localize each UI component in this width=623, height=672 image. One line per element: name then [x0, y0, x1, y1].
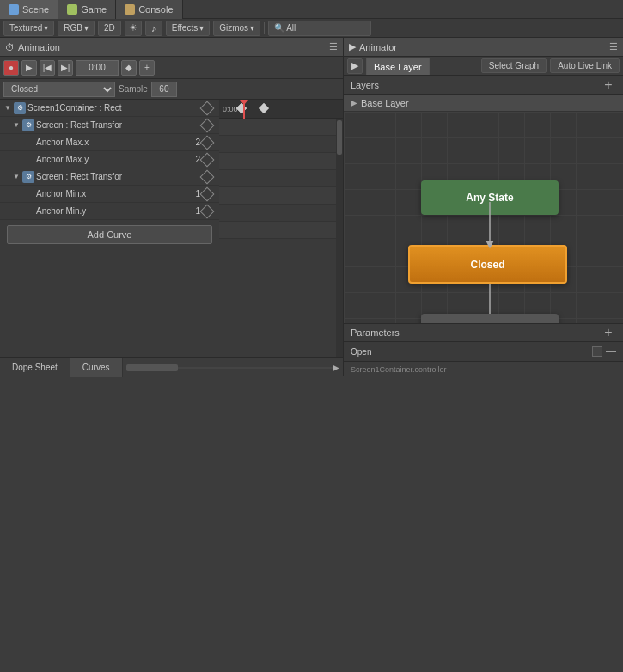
tab-game-label: Game	[81, 0, 107, 19]
keyframe-btn-0[interactable]	[200, 101, 215, 115]
status-text: Screen1Container.controller	[351, 365, 447, 374]
sample-label: Sample	[119, 84, 148, 94]
search-icon: 🔍	[274, 23, 284, 33]
timeline-area: 0:00	[219, 100, 343, 357]
layers-bar: Layers +	[344, 76, 623, 95]
any-state-label: Any State	[466, 192, 513, 204]
console-icon	[125, 4, 135, 15]
keyframe-btn-3[interactable]	[200, 152, 215, 167]
animator-panel: ▶ Animator ☰ ▶ Base Layer Select Graph A…	[344, 38, 623, 376]
anim-hscroll[interactable]: ▶	[123, 358, 343, 376]
layers-label: Layers	[351, 80, 601, 90]
select-graph-button[interactable]: Select Graph	[481, 58, 547, 73]
gizmos-chevron: ▾	[250, 23, 254, 33]
closed-state-node[interactable]: Closed	[408, 245, 567, 284]
track-icon-1: ⚙	[22, 119, 34, 131]
twod-label: 2D	[104, 23, 115, 33]
effects-dropdown[interactable]: Effects ▾	[166, 21, 210, 36]
keyframe-row-5	[219, 205, 343, 222]
params-bar: Parameters +	[344, 323, 623, 342]
tab-scene[interactable]: Scene	[0, 0, 58, 19]
keyframe-row-6	[219, 222, 343, 239]
collapse-icon-0[interactable]: ▼	[3, 104, 12, 113]
panel-menu-icon[interactable]: ☰	[329, 41, 338, 52]
search-box[interactable]: 🔍 All	[268, 21, 371, 36]
track-name-3: Anchor Max.y	[36, 155, 186, 164]
status-bar: Screen1Container.controller	[344, 361, 623, 376]
track-row-5: Anchor Min.x 1	[0, 186, 219, 203]
top-tab-bar: Scene Game Console	[0, 0, 623, 19]
animation-clip-dropdown[interactable]: Closed	[3, 82, 115, 97]
tab-console-label: Console	[138, 0, 173, 19]
keyframe-row-4	[219, 187, 343, 205]
anim-time-display: 0:00	[76, 60, 119, 76]
hscroll-thumb[interactable]	[126, 364, 178, 371]
rgb-chevron: ▾	[84, 23, 89, 33]
animator-panel-options: ☰	[609, 41, 618, 52]
base-layer-item[interactable]: ▶ Base Layer	[344, 95, 623, 112]
step-forward-button[interactable]: ▶|	[58, 60, 73, 76]
play-button[interactable]: ▶	[21, 60, 37, 76]
track-num-5: 1	[188, 189, 200, 199]
keyframe-tracks	[219, 119, 343, 239]
base-layer-tab[interactable]: Base Layer	[366, 58, 430, 75]
open-state-node[interactable]: Open	[421, 314, 559, 323]
add-curve-row: Add Curve	[0, 220, 219, 249]
animator-play-button[interactable]: ▶	[347, 58, 363, 74]
sun-button[interactable]: ☀	[125, 21, 142, 36]
tab-curves[interactable]: Curves	[70, 358, 123, 377]
collapse-icon-1[interactable]: ▼	[12, 121, 21, 130]
track-row-2: Anchor Max.x 2	[0, 134, 219, 151]
search-label: All	[286, 23, 296, 33]
tab-game[interactable]: Game	[58, 0, 116, 19]
track-names-area: ▼ ⚙ Screen1Container : Rect ▼ ⚙ Screen :…	[0, 100, 219, 357]
track-name-2: Anchor Max.x	[36, 137, 186, 147]
twod-button[interactable]: 2D	[98, 21, 121, 36]
tab-console[interactable]: Console	[116, 0, 182, 19]
scrollbar-thumb-v[interactable]	[337, 120, 342, 155]
keyframe-btn-6[interactable]	[200, 204, 215, 218]
keyframe-row-3	[219, 170, 343, 187]
hscroll-right-btn[interactable]: ▶	[333, 363, 339, 373]
rgb-dropdown[interactable]: RGB ▾	[58, 21, 95, 36]
keyframe-btn-5[interactable]	[200, 186, 215, 201]
textured-chevron: ▾	[44, 23, 48, 33]
track-name-1: Screen : Rect Transfor	[36, 120, 200, 130]
audio-button[interactable]: ♪	[145, 21, 162, 36]
add-key-button[interactable]: +	[139, 60, 155, 76]
param-checkbox-open[interactable]	[592, 346, 602, 357]
track-num-3: 2	[188, 155, 200, 164]
any-state-node[interactable]: Any State	[421, 180, 559, 215]
add-curve-button[interactable]: Add Curve	[7, 225, 212, 244]
track-icon-4: ⚙	[22, 171, 34, 183]
param-row-open: Open —	[344, 342, 623, 361]
scene-icon	[9, 4, 19, 15]
animator-icon: ▶	[349, 41, 356, 52]
keyframe-row-2	[219, 153, 343, 170]
anim-bottom-tabs: Dope Sheet Curves ▶	[0, 357, 343, 376]
timeline-scrollbar-v[interactable]	[336, 119, 343, 357]
animator-menu-icon[interactable]: ☰	[609, 41, 618, 52]
hscroll-track	[178, 367, 333, 369]
auto-live-link-button[interactable]: Auto Live Link	[550, 58, 620, 73]
track-row-0: ▼ ⚙ Screen1Container : Rect	[0, 100, 219, 117]
add-layer-button[interactable]: +	[601, 77, 616, 93]
toolbar-sep	[264, 22, 265, 34]
gizmos-dropdown[interactable]: Gizmos ▾	[213, 21, 260, 36]
animation-panel: ⏱ Animation ☰ ● ▶ |◀ ▶| 0:00 ◆ + Closed …	[0, 38, 344, 376]
keyframe-btn-1[interactable]	[200, 118, 215, 132]
add-param-button[interactable]: +	[601, 325, 616, 340]
collapse-icon-4[interactable]: ▼	[12, 173, 21, 181]
keyframe-btn-2[interactable]	[200, 135, 215, 150]
tab-dope-sheet[interactable]: Dope Sheet	[0, 358, 70, 377]
textured-dropdown[interactable]: Textured ▾	[3, 21, 54, 36]
effects-label: Effects	[172, 23, 198, 33]
keyframe-btn-4[interactable]	[200, 169, 215, 184]
sample-value-input[interactable]	[151, 82, 177, 97]
animator-canvas: Any State Closed Open	[344, 112, 623, 323]
key-button[interactable]: ◆	[121, 60, 137, 76]
transition-arrows	[344, 112, 623, 323]
step-back-button[interactable]: |◀	[40, 60, 55, 76]
record-button[interactable]: ●	[3, 60, 19, 76]
param-minus-open[interactable]: —	[606, 345, 616, 357]
